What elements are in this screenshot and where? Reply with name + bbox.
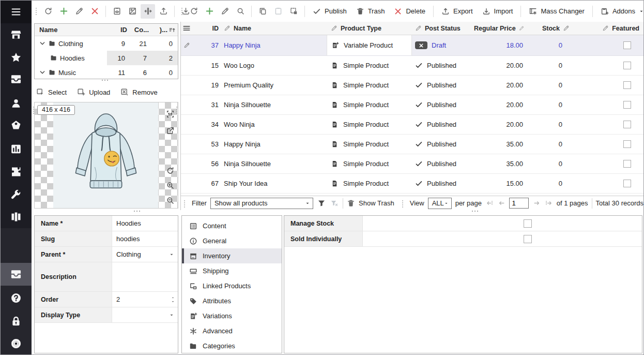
column-chooser[interactable] — [181, 22, 192, 35]
product-row-selected[interactable]: 37 Happy Ninja Variable Product Draft 18… — [181, 35, 643, 56]
prev-page-button[interactable] — [497, 198, 505, 209]
sidebar-menu-toggle[interactable] — [1, 1, 32, 23]
featured-checkbox[interactable] — [623, 101, 631, 109]
column-header-count[interactable]: Co... — [130, 26, 152, 34]
product-row[interactable]: 67 Ship Your Idea Simple Product Publish… — [181, 174, 643, 194]
category-edit-button[interactable] — [72, 4, 86, 19]
product-row[interactable]: 15 Woo Logo Simple Product Published 20.… — [181, 56, 643, 76]
tab-shipping[interactable]: Shipping — [182, 263, 282, 278]
tab-attributes[interactable]: Attributes — [182, 293, 282, 308]
category-upload-button[interactable] — [156, 4, 171, 19]
toolbar-drag-handle[interactable] — [36, 8, 37, 9]
featured-checkbox[interactable] — [623, 81, 631, 89]
featured-checkbox[interactable] — [623, 41, 631, 49]
sidebar-item-orders[interactable] — [1, 68, 32, 91]
tab-linked-products[interactable]: Linked Products — [182, 278, 282, 293]
sidebar-item-plugins[interactable] — [1, 160, 32, 183]
products-edit-button[interactable] — [218, 4, 232, 19]
sidebar-item-customers[interactable] — [1, 92, 32, 115]
column-header-order[interactable]: )... — [152, 26, 178, 34]
display-type-dropdown[interactable] — [112, 307, 178, 322]
filterbar-drag-handle[interactable] — [184, 200, 185, 201]
clear-filter-button[interactable] — [330, 198, 339, 209]
sidebar-item-settings[interactable] — [1, 332, 32, 355]
sidebar-item-shop[interactable] — [1, 114, 32, 137]
category-preview-button[interactable] — [110, 4, 124, 19]
next-page-button[interactable] — [532, 198, 541, 209]
tab-variations[interactable]: Variations — [182, 308, 282, 323]
tab-inventory[interactable]: Inventory — [182, 248, 282, 263]
splitter-dots[interactable] — [472, 211, 473, 212]
products-search-button[interactable] — [233, 4, 248, 19]
product-row[interactable]: 56 Ninja Silhouette Simple Product Publi… — [181, 154, 643, 174]
show-trash-button[interactable]: Show Trash — [347, 199, 394, 208]
product-row[interactable]: 53 Happy Ninja Simple Product Published … — [181, 135, 643, 154]
product-row[interactable]: 34 Woo Ninja Simple Product Published 20… — [181, 115, 643, 135]
column-header-id[interactable]: ID — [192, 22, 221, 35]
products-refresh-button[interactable] — [187, 4, 201, 19]
sidebar-item-tools[interactable] — [1, 183, 32, 206]
horizontal-splitter[interactable] — [32, 210, 643, 212]
pager-drag-handle[interactable] — [402, 200, 403, 201]
category-add-button[interactable] — [56, 4, 71, 19]
category-row-clothing[interactable]: Clothing 9 21 0 — [35, 36, 178, 51]
column-header-name[interactable]: Name — [35, 26, 107, 34]
actual-size-button[interactable] — [164, 108, 176, 120]
zoom-out-button[interactable] — [164, 194, 176, 206]
column-header-product-type[interactable]: Product Type — [327, 22, 412, 35]
category-row-music[interactable]: Music 11 6 0 — [35, 65, 178, 79]
column-header-id[interactable]: ID — [107, 26, 130, 34]
splitter-handle-right[interactable] — [176, 107, 177, 108]
sidebar-item-help[interactable] — [1, 287, 32, 309]
category-row-hoodies-selected[interactable]: Hoodies 10 7 2 — [35, 51, 178, 65]
addons-button[interactable]: Addons — [596, 4, 644, 19]
column-header-post-status[interactable]: Post Status — [412, 22, 474, 35]
featured-checkbox[interactable] — [623, 62, 631, 69]
products-paste-button[interactable] — [271, 4, 285, 19]
expand-chevron-icon[interactable] — [39, 40, 46, 47]
column-header-regular-price[interactable]: Regular Price — [474, 22, 528, 35]
sold-individually-checkbox[interactable] — [524, 235, 532, 243]
sidebar-item-reports[interactable] — [1, 138, 32, 160]
category-delete-button[interactable] — [87, 4, 102, 19]
category-image-adjust-button[interactable] — [125, 4, 140, 19]
column-header-featured[interactable]: Featured — [576, 22, 643, 35]
filter-select[interactable]: Show all products — [210, 198, 314, 209]
apply-filter-button[interactable] — [317, 198, 326, 209]
zoom-in-button[interactable] — [164, 179, 176, 191]
category-refresh-button[interactable] — [41, 4, 55, 19]
slug-field[interactable]: hoodies — [112, 231, 178, 246]
sidebar-item-security[interactable] — [1, 310, 32, 333]
publish-button[interactable]: Publish — [309, 4, 351, 19]
panel-resize-handle[interactable] — [102, 80, 103, 81]
category-split-view-button[interactable] — [141, 4, 155, 19]
tab-categories[interactable]: Categories — [182, 338, 282, 353]
sidebar-item-inventory-active[interactable] — [1, 263, 32, 286]
sidebar-item-layout[interactable] — [1, 205, 32, 228]
toolbar-drag-handle[interactable] — [181, 8, 182, 9]
name-field[interactable]: Hoodies — [112, 216, 178, 231]
order-field-stepper[interactable]: 2 — [112, 292, 178, 307]
manage-stock-checkbox[interactable] — [524, 219, 532, 228]
trash-button[interactable]: Trash — [352, 4, 389, 19]
delete-button[interactable]: Delete — [390, 4, 430, 19]
image-select-button[interactable]: Select — [36, 88, 67, 96]
featured-checkbox[interactable] — [623, 180, 631, 187]
open-external-button[interactable] — [164, 124, 176, 137]
tab-general[interactable]: General — [182, 233, 282, 248]
description-field[interactable] — [112, 262, 178, 291]
featured-checkbox[interactable] — [623, 140, 631, 148]
products-add-button[interactable] — [202, 4, 217, 19]
sidebar-item-store[interactable] — [1, 23, 32, 46]
image-upload-button[interactable]: Upload — [77, 88, 110, 96]
import-button[interactable]: Import — [478, 4, 517, 19]
rotate-button[interactable] — [164, 164, 176, 176]
product-row[interactable]: 31 Ninja Silhouette Simple Product Publi… — [181, 95, 643, 115]
featured-checkbox[interactable] — [623, 121, 631, 128]
splitter-dots[interactable] — [134, 211, 135, 212]
parent-field-dropdown[interactable]: Clothing — [112, 247, 178, 262]
expand-chevron-icon[interactable] — [39, 69, 46, 76]
image-remove-button[interactable]: Remove — [120, 88, 157, 96]
featured-checkbox[interactable] — [623, 160, 631, 168]
export-button[interactable]: Export — [437, 4, 477, 19]
